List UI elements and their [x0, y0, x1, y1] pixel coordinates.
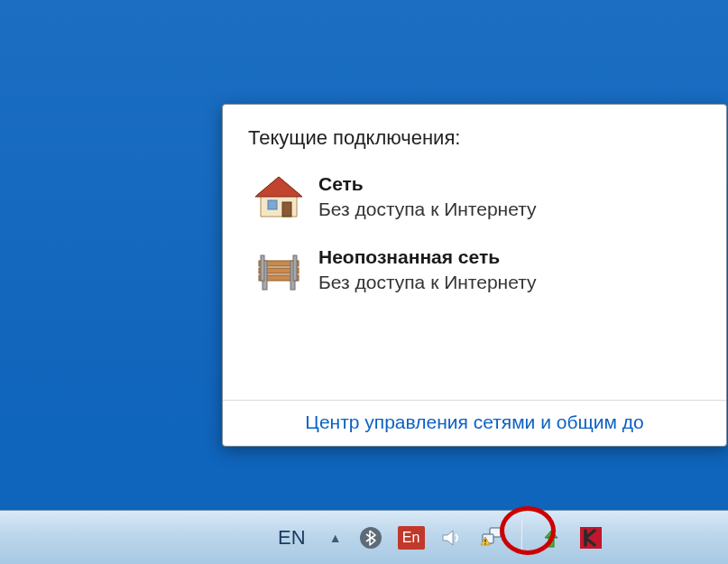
connection-text: Неопознанная сеть Без доступа к Интернет… [318, 245, 537, 296]
popup-title: Текущие подключения: [248, 126, 701, 150]
kaspersky-icon[interactable] [578, 525, 604, 550]
svg-rect-10 [293, 255, 297, 281]
show-hidden-icons[interactable]: ▲ [327, 531, 344, 545]
house-icon [253, 171, 304, 222]
network-sharing-center-link[interactable]: Центр управления сетями и общим до [248, 411, 701, 433]
divider [223, 400, 726, 401]
volume-icon[interactable] [439, 525, 465, 550]
svg-rect-9 [261, 255, 264, 281]
svg-marker-1 [255, 177, 302, 197]
svg-rect-16 [548, 537, 554, 547]
update-arrow-icon[interactable] [539, 525, 564, 550]
language-indicator[interactable]: EN [271, 526, 313, 550]
svg-rect-14 [484, 539, 485, 542]
connection-name: Сеть [318, 171, 537, 197]
svg-rect-2 [268, 200, 277, 209]
connection-list: Сеть Без доступа к Интернету Неопознанна… [248, 166, 701, 311]
svg-rect-17 [580, 527, 602, 549]
network-flyout: Текущие подключения: Сеть Без доступа к … [222, 104, 727, 447]
connection-status: Без доступа к Интернету [318, 270, 537, 295]
punto-switcher-icon[interactable]: En [398, 526, 425, 550]
connection-item-unidentified[interactable]: Неопознанная сеть Без доступа к Интернет… [248, 239, 701, 312]
taskbar: EN ▲ En [0, 510, 728, 564]
bench-icon [253, 245, 304, 295]
connection-status: Без доступа к Интернету [318, 197, 537, 222]
connection-text: Сеть Без доступа к Интернету [318, 171, 537, 223]
svg-rect-15 [484, 543, 485, 544]
connection-item-network[interactable]: Сеть Без доступа к Интернету [248, 166, 701, 239]
connection-name: Неопознанная сеть [318, 245, 537, 270]
network-tray-icon[interactable] [479, 525, 504, 550]
punto-label: En [402, 530, 420, 546]
bluetooth-icon[interactable] [358, 525, 383, 550]
svg-rect-3 [282, 202, 291, 217]
tray-separator [521, 520, 522, 556]
